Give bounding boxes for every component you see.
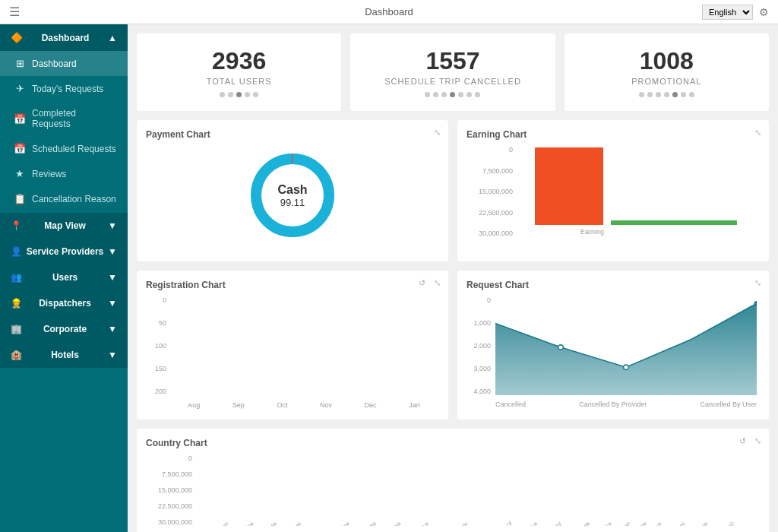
req-x-by-user: Cancelled By User bbox=[700, 401, 757, 408]
country-x-label: Guatemala bbox=[568, 521, 590, 526]
dashboard-icon: ⊞ bbox=[14, 58, 26, 69]
settings-icon[interactable]: ⚙ bbox=[759, 6, 769, 18]
earning-y-label: 30,000,000 bbox=[466, 230, 516, 237]
reg-x-aug: Aug bbox=[188, 401, 200, 409]
sidebar-section-service-providers[interactable]: 👤 Service Providers ▼ bbox=[0, 239, 128, 264]
country-bar-item: Maldives2 bbox=[707, 518, 732, 526]
country-x-label: Australia bbox=[259, 521, 277, 526]
sidebar-item-cancellation-reason[interactable]: 📋 Cancellation Reason bbox=[0, 186, 128, 211]
req-y-label: 2,000 bbox=[466, 342, 493, 350]
country-x-label: Maldives2 bbox=[714, 521, 735, 526]
svg-point-5 bbox=[558, 345, 564, 350]
expand-reg-icon[interactable]: ⤡ bbox=[434, 278, 441, 288]
dot bbox=[689, 92, 694, 97]
country-chart: 30,000,000 22,500,000 15,000,000 7,500,0… bbox=[146, 454, 760, 532]
country-x-label: Maldives bbox=[667, 521, 685, 526]
svg-point-6 bbox=[624, 365, 629, 369]
expand-req-icon[interactable]: ⤡ bbox=[754, 278, 761, 288]
total-users-label: TOTAL USERS bbox=[152, 77, 326, 86]
sidebar-section-map-label: Map View bbox=[44, 220, 85, 231]
sidebar-item-label: Cancellation Reason bbox=[32, 194, 116, 204]
dot bbox=[228, 92, 233, 97]
expand-country-icon[interactable]: ⤡ bbox=[754, 436, 761, 446]
country-y-label: 30,000,000 bbox=[146, 518, 195, 526]
country-chart-card: Country Chart ⤡ ↺ 30,000,000 22,500,000 … bbox=[137, 429, 769, 532]
dot-active bbox=[450, 92, 455, 97]
total-users-number: 2936 bbox=[152, 47, 326, 75]
country-bar-item: Czech Republic bbox=[428, 518, 465, 526]
sidebar-item-label: Reviews bbox=[32, 169, 66, 179]
sidebar-section-dispatchers[interactable]: 👷 Dispatchers ▼ bbox=[0, 290, 128, 316]
dot bbox=[656, 92, 661, 97]
country-x-label: Germany bbox=[542, 521, 561, 526]
sidebar-section-hotels[interactable]: 🏨 Hotels ▼ bbox=[0, 342, 128, 368]
promotional-number: 1008 bbox=[580, 47, 754, 75]
req-x-by-provider: Cancelled By Provider bbox=[579, 401, 647, 408]
country-bar-item: Argentina bbox=[228, 518, 251, 526]
country-bar-item: Costa Rica bbox=[400, 518, 425, 526]
country-bar-item: Afghanistan bbox=[198, 518, 226, 526]
country-x-label: Malaysia bbox=[691, 521, 709, 526]
country-bar-item: Cambodia bbox=[349, 518, 373, 526]
earning-group: Earning bbox=[520, 146, 752, 237]
refresh-country-icon[interactable]: ↺ bbox=[739, 436, 746, 446]
sidebar-section-dashboard[interactable]: 🔶 Dashboard ▲ bbox=[0, 24, 128, 51]
reg-y-label: 150 bbox=[146, 365, 169, 372]
map-icon: 📍 bbox=[11, 220, 22, 231]
earning-bar-orange bbox=[535, 147, 603, 225]
req-y-label: 0 bbox=[466, 296, 493, 304]
country-x-label: Argentina bbox=[235, 521, 255, 526]
reg-x-sep: Sep bbox=[232, 401, 245, 409]
country-x-label: Costa Rica bbox=[407, 521, 429, 526]
earning-chart: 30,000,000 22,500,000 15,000,000 7,500,0… bbox=[466, 146, 760, 252]
earning-y-label: 7,500,000 bbox=[466, 167, 516, 175]
dot bbox=[647, 92, 653, 97]
sidebar-section-map-view[interactable]: 📍 Map View ▼ bbox=[0, 213, 128, 239]
sidebar-item-completed-requests[interactable]: 📅 Completed Requests bbox=[0, 101, 128, 136]
country-x-label: Colombia bbox=[381, 521, 401, 526]
country-bar-item: Dom. Republic Of bbox=[467, 518, 509, 526]
sidebar: 🔶 Dashboard ▲ ⊞ Dashboard ✈ Today's Requ… bbox=[0, 24, 128, 532]
sidebar-item-dashboard[interactable]: ⊞ Dashboard bbox=[0, 51, 128, 76]
menu-icon[interactable]: ☰ bbox=[9, 5, 20, 19]
stat-dots-schedule bbox=[365, 92, 539, 97]
sidebar-item-todays-requests[interactable]: ✈ Today's Requests bbox=[0, 76, 128, 101]
sidebar-section-corporate[interactable]: 🏢 Corporate ▼ bbox=[0, 316, 128, 342]
service-icon: 👤 bbox=[11, 246, 22, 257]
chevron-down-icon4: ▼ bbox=[108, 298, 117, 309]
refresh-reg-icon[interactable]: ↺ bbox=[419, 278, 425, 288]
dot bbox=[433, 92, 438, 97]
expand-earning-icon[interactable]: ⤡ bbox=[754, 128, 761, 138]
star-icon: ★ bbox=[14, 168, 26, 179]
sidebar-item-reviews[interactable]: ★ Reviews bbox=[0, 161, 128, 186]
dot-active bbox=[236, 92, 242, 97]
sidebar-item-label: Scheduled Requests bbox=[32, 144, 116, 154]
dot bbox=[253, 92, 258, 97]
req-x-cancelled: Cancelled bbox=[495, 401, 526, 408]
reg-y-label: 50 bbox=[146, 319, 169, 327]
stats-row: 2936 TOTAL USERS 1557 SCHEDULE TRIP CANC… bbox=[137, 33, 769, 111]
dot bbox=[681, 92, 686, 97]
country-x-label: Bahamas bbox=[283, 521, 302, 526]
country-bar-item: New Zealand bbox=[734, 518, 757, 526]
calendar2-icon: 📅 bbox=[14, 143, 26, 154]
sidebar-section-users[interactable]: 👥 Users ▼ bbox=[0, 264, 128, 290]
language-select[interactable]: English bbox=[702, 5, 753, 20]
country-bar-item: Jamaica bbox=[589, 518, 609, 526]
earning-y-label: 22,500,000 bbox=[466, 209, 516, 217]
sidebar-section-hotels-label: Hotels bbox=[51, 350, 79, 360]
country-y-label: 0 bbox=[146, 454, 195, 462]
req-y-label: 4,000 bbox=[466, 388, 493, 395]
chevron-down-icon6: ▼ bbox=[108, 350, 117, 360]
country-bar-item: Jordan bbox=[611, 518, 627, 526]
dot bbox=[664, 92, 669, 97]
country-y-label: 15,000,000 bbox=[146, 486, 195, 494]
country-bar-item: Maldives bbox=[661, 518, 682, 526]
schedule-trip-number: 1557 bbox=[365, 47, 539, 75]
sidebar-item-scheduled-requests[interactable]: 📅 Scheduled Requests bbox=[0, 136, 128, 161]
dot bbox=[466, 92, 472, 97]
expand-icon[interactable]: ⤡ bbox=[434, 128, 441, 138]
sidebar-item-label: Today's Requests bbox=[32, 84, 103, 94]
payment-chart-card: Payment Chart ⤡ bbox=[137, 120, 448, 261]
earning-bar-x-label: Earning bbox=[580, 228, 604, 236]
